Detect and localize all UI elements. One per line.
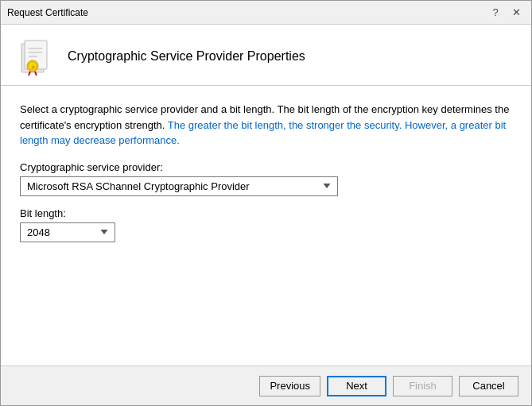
previous-button[interactable]: Previous	[259, 376, 320, 396]
next-button[interactable]: Next	[327, 376, 386, 396]
title-bar-controls: ? ✕	[487, 4, 525, 21]
csp-field-container: Cryptographic service provider: Microsof…	[20, 161, 512, 196]
cancel-button[interactable]: Cancel	[459, 376, 518, 396]
title-bar: Request Certificate ? ✕	[1, 1, 531, 25]
window-title: Request Certificate	[7, 7, 88, 18]
help-button[interactable]: ?	[487, 4, 504, 21]
description-paragraph: Select a cryptographic service provider …	[20, 102, 512, 149]
footer-section: Previous Next Finish Cancel	[1, 365, 531, 405]
csp-dropdown[interactable]: Microsoft RSA SChannel Cryptographic Pro…	[20, 176, 338, 196]
bit-label: Bit length:	[20, 207, 512, 219]
bit-length-dropdown[interactable]: 512 1024 2048 4096	[20, 222, 115, 242]
finish-button[interactable]: Finish	[393, 376, 452, 396]
content-area: ★ Cryptographic Service Provider Propert…	[1, 25, 531, 405]
close-button[interactable]: ✕	[507, 4, 525, 21]
svg-text:★: ★	[30, 64, 36, 71]
bit-field-container: Bit length: 512 1024 2048 4096	[20, 207, 512, 242]
window: Request Certificate ? ✕	[0, 0, 532, 406]
header-section: ★ Cryptographic Service Provider Propert…	[1, 25, 531, 86]
certificate-icon: ★	[17, 37, 55, 75]
csp-label: Cryptographic service provider:	[20, 161, 512, 173]
main-content: Select a cryptographic service provider …	[1, 86, 531, 365]
page-title: Cryptographic Service Provider Propertie…	[68, 49, 305, 64]
